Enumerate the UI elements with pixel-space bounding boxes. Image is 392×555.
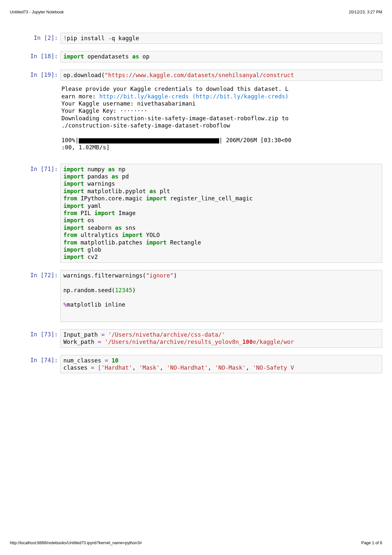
keyword-from: from	[63, 239, 77, 246]
doc-datetime: 20/12/23, 3:27 PM	[349, 10, 382, 14]
keyword-import: import	[122, 232, 142, 238]
keyword-import: import	[63, 254, 84, 260]
keyword-import: import	[63, 173, 84, 180]
code-text: ,	[246, 364, 253, 371]
keyword-from: from	[63, 210, 77, 216]
code-text: Work_path	[63, 339, 98, 345]
output-text: Please provide your Kaggle credentials t…	[61, 86, 288, 92]
code-text: yaml	[84, 203, 101, 209]
code-input[interactable]: Input_path = '/Users/nivetha/archive/css…	[60, 329, 382, 348]
code-text: ,	[132, 364, 139, 371]
code-text: os	[84, 217, 94, 224]
equals-operator: =	[101, 331, 105, 338]
keyword-import: import	[63, 246, 84, 253]
input-prompt: In [19]:	[29, 70, 60, 78]
keyword-as: as	[149, 188, 156, 194]
string-literal: 100	[242, 339, 253, 345]
kaggle-creds-link[interactable]: http://bit.ly/kaggle-creds (http://bit.l…	[99, 93, 288, 100]
code-text: matplotlib inline	[67, 301, 125, 308]
code-text: Rectangle	[167, 239, 201, 246]
code-text: )	[132, 287, 136, 294]
code-text: sns	[122, 225, 136, 231]
code-text: np.random.seed(	[63, 287, 115, 294]
page-number: Page 1 of 8	[361, 541, 382, 545]
string-literal: 'Mask'	[139, 364, 160, 371]
equals-operator: =	[98, 339, 101, 345]
code-text: ,	[160, 364, 167, 371]
input-prompt: In [73]:	[29, 329, 60, 338]
keyword-as: as	[115, 225, 122, 231]
code-text: matplotlib.patches	[77, 239, 146, 246]
notebook-body: In [2]: !pip install -q kaggle In [18]: …	[29, 33, 382, 380]
keyword-import: import	[94, 210, 115, 216]
keyword-from: from	[63, 232, 77, 238]
code-text: opendatasets	[84, 53, 132, 60]
code-text: classes	[63, 364, 91, 371]
code-text: register_line_cell_magic	[167, 195, 253, 202]
keyword-import: import	[63, 203, 84, 209]
keyword-from: from	[63, 195, 77, 202]
progress-stats: | 206M/206M [03:30<00	[219, 137, 291, 143]
equals-bracket: = [	[91, 364, 101, 371]
code-text: PIL	[77, 210, 94, 216]
footer-url: http://localhost:8888/notebooks/Untitled…	[10, 541, 142, 545]
output-text: :00, 1.02MB/s]	[61, 144, 110, 151]
code-output: Please provide your Kaggle credentials t…	[60, 83, 382, 151]
input-prompt: In [72]:	[29, 270, 60, 279]
string-literal: '/Users/nivetha/archive/css-data/'	[105, 331, 225, 338]
code-text: Image	[115, 210, 136, 216]
code-text: glob	[84, 246, 101, 253]
keyword-import: import	[63, 53, 84, 60]
output-text: earn more:	[61, 93, 99, 100]
string-literal: 'NO-Hardhat'	[167, 364, 208, 371]
keyword-as: as	[112, 173, 119, 180]
code-text: pandas	[84, 173, 111, 180]
code-cell: In [74]: num_classes = 10 classes = ['Ha…	[29, 355, 382, 374]
code-text: q kaggle	[112, 35, 139, 42]
code-cell: In [73]: Input_path = '/Users/nivetha/ar…	[29, 329, 382, 348]
code-text: warnings	[84, 180, 115, 187]
keyword-import: import	[63, 225, 84, 231]
code-text: cv2	[84, 254, 98, 260]
code-input[interactable]: num_classes = 10 classes = ['Hardhat', '…	[60, 355, 382, 374]
code-text: op	[139, 53, 150, 60]
code-input[interactable]: warnings.filterwarnings("ignore") np.ran…	[60, 270, 382, 322]
code-text: num_classes	[63, 357, 105, 364]
doc-title: Untitled73 - Jupyter Notebook	[10, 10, 64, 14]
keyword-import: import	[63, 166, 84, 173]
dash-operator: -	[108, 35, 112, 42]
code-text: )	[173, 272, 177, 279]
code-text: warnings.filterwarnings(	[63, 272, 146, 279]
code-cell: In [2]: !pip install -q kaggle	[29, 33, 382, 44]
string-literal: "https://www.kaggle.com/datasets/snehils…	[105, 72, 294, 78]
code-text: Input_path	[63, 331, 101, 338]
keyword-import: import	[63, 180, 84, 187]
keyword-import: import	[63, 188, 84, 194]
progress-percent: 100%|	[61, 137, 79, 143]
magic-operator: %	[63, 301, 67, 308]
keyword-as: as	[108, 166, 115, 173]
input-prompt: In [2]:	[29, 33, 60, 42]
code-input[interactable]: op.download("https://www.kaggle.com/data…	[60, 70, 382, 81]
code-text: numpy	[84, 166, 108, 173]
code-input[interactable]: import opendatasets as op	[60, 51, 382, 62]
progress-bar	[79, 138, 219, 143]
code-text: seaborn	[84, 225, 115, 231]
keyword-as: as	[132, 53, 139, 60]
output-text: Your Kaggle Key: ········	[61, 108, 147, 114]
output-prompt	[29, 83, 60, 84]
number-literal: 10	[112, 357, 119, 364]
code-text: matplotlib.pyplot	[84, 188, 149, 194]
code-cell: In [71]: import numpy as np import panda…	[29, 164, 382, 263]
code-text: plt	[156, 188, 170, 194]
string-literal: e/kaggle/wor	[253, 339, 294, 345]
code-input[interactable]: !pip install -q kaggle	[60, 33, 382, 44]
output-text: Your Kaggle username: nivethasabarimani	[61, 100, 196, 107]
string-literal: '/Users/nivetha/archive/results_yolov8n_	[101, 339, 242, 345]
code-input[interactable]: import numpy as np import pandas as pd i…	[60, 164, 382, 263]
string-literal: "ignore"	[146, 272, 173, 279]
code-text: ,	[208, 364, 215, 371]
number-literal: 12345	[115, 287, 132, 294]
code-text: np	[115, 166, 125, 173]
code-text: pip install	[67, 35, 108, 42]
